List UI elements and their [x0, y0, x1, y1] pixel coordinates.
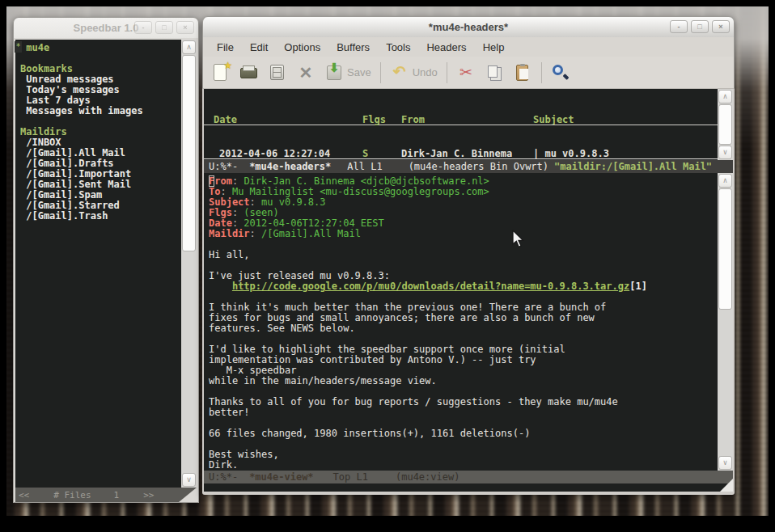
field-label: Date	[209, 217, 232, 229]
undo-icon: ↶	[390, 63, 409, 82]
menu-edit[interactable]: Edit	[243, 39, 275, 56]
undo-button[interactable]: ↶ Undo	[390, 63, 438, 82]
body-line: Hi all,	[209, 250, 718, 260]
new-file-button[interactable]: ★	[211, 63, 231, 82]
cell-date: 2012-04-06 12:27:04	[204, 148, 362, 158]
menu-tools[interactable]: Tools	[379, 39, 417, 56]
view-scrollbar[interactable]: ∧ ∨	[718, 173, 733, 471]
spacer	[209, 239, 718, 250]
menu-bar: FileEditOptionsBuffersToolsHeadersHelp	[202, 37, 735, 57]
scroll-up-icon[interactable]: ∧	[718, 90, 732, 103]
new-file-icon: ★	[211, 63, 231, 82]
speedbar-root-indicator: *	[15, 41, 22, 53]
speedbar-nav-prev[interactable]: <<	[19, 490, 29, 500]
cut-button[interactable]: ✂	[456, 63, 476, 82]
emacs-close-button[interactable]: ×	[712, 20, 730, 33]
menu-help[interactable]: Help	[476, 39, 512, 56]
scroll-down-icon[interactable]: ∨	[718, 146, 732, 159]
emacs-title: *mu4e-headers*	[429, 21, 508, 33]
open-file-button[interactable]	[239, 63, 259, 82]
field-separator: :	[250, 196, 261, 208]
open-folder-icon	[239, 63, 259, 82]
link-footnote-ref: [1]	[629, 281, 647, 292]
column-flags[interactable]: Flgs	[362, 114, 401, 125]
menu-file[interactable]: File	[210, 39, 241, 56]
view-scroll-thumb[interactable]	[718, 188, 732, 310]
toolbar-separator	[447, 62, 447, 83]
scroll-down-icon[interactable]: ∨	[182, 473, 196, 487]
body-line: http://code.google.com/p/mu0/downloads/d…	[209, 281, 718, 292]
menu-options[interactable]: Options	[277, 39, 328, 56]
scroll-up-icon[interactable]: ∧	[718, 174, 732, 188]
speedbar-scrollbar[interactable]: ∧ ∨	[181, 40, 197, 488]
minibuffer[interactable]	[204, 483, 733, 492]
field-separator: :	[232, 207, 244, 218]
headers-scrollbar[interactable]: ∧ ∨	[718, 89, 733, 160]
field-label: Subject	[209, 196, 250, 208]
column-from[interactable]: From	[401, 114, 533, 125]
save-button[interactable]: ⬇ Save	[324, 63, 371, 82]
field-label: Maildir	[209, 228, 250, 239]
scroll-up-icon[interactable]: ∧	[182, 40, 196, 54]
speedbar-item[interactable]: /[Gmail].Trash	[20, 211, 181, 222]
modeline-flags: U:%*-	[209, 471, 238, 483]
view-field-subject: Subject: mu v0.9.8.3	[209, 197, 718, 208]
field-separator: :	[220, 186, 231, 197]
speedbar-scroll-thumb[interactable]	[182, 55, 196, 251]
menu-buffers[interactable]: Buffers	[329, 39, 377, 56]
speedbar-files-label: # Files	[53, 490, 91, 500]
speedbar-maximize-button[interactable]: □	[155, 21, 173, 34]
body-line: Best wishes,	[209, 450, 718, 460]
speedbar-item[interactable]: Messages with images	[20, 106, 181, 116]
column-subject[interactable]: Subject	[533, 114, 718, 125]
header-row[interactable]: 2012-04-06 12:27:04SDirk-Jan C. Binnema|…	[204, 148, 718, 159]
header-row[interactable]: 2012-02-15 23:58:29SGoogle+ Changes to G…	[204, 159, 718, 160]
headers-column-row: Date Flgs From Subject	[204, 114, 718, 125]
speedbar-close-button[interactable]: ×	[176, 21, 194, 34]
copy-button[interactable]	[485, 63, 504, 82]
paste-button[interactable]	[513, 63, 532, 82]
column-date[interactable]: Date	[204, 114, 362, 125]
emacs-titlebar[interactable]: *mu4e-headers* - □ ×	[202, 16, 735, 37]
speedbar-tree: mu4e Bookmarks Unread messages Today's m…	[15, 40, 181, 488]
headers-pane: Date Flgs From Subject 2012-04-06 12:27:…	[204, 89, 718, 160]
field-label: To	[209, 186, 220, 197]
speedbar-titlebar[interactable]: Speedbar 1.0 - □ ×	[13, 17, 199, 38]
save-icon: ⬇	[324, 63, 344, 82]
message-link[interactable]: http://code.google.com/p/mu0/downloads/d…	[232, 281, 629, 292]
field-separator: :	[232, 217, 244, 229]
modeline-modes: (mu4e:view)	[396, 471, 459, 483]
speedbar-root[interactable]: mu4e	[20, 43, 181, 53]
headers-scroll-thumb[interactable]	[718, 104, 732, 145]
headers-modeline: U:%*- *mu4e-headers* All L1 (mu4e-header…	[204, 160, 733, 173]
speedbar-minimize-button[interactable]: -	[134, 21, 152, 34]
field-separator: :	[250, 228, 261, 239]
cell-subject: + Changes to Google Privacy	[533, 159, 718, 160]
speedbar-resize-grip[interactable]	[179, 488, 197, 502]
paste-icon	[513, 63, 532, 82]
speedbar-nav-next[interactable]: >>	[143, 490, 154, 500]
body-line	[209, 439, 718, 450]
menu-headers[interactable]: Headers	[419, 39, 473, 56]
body-line: features. See NEWS below.	[209, 323, 718, 334]
scroll-down-icon[interactable]: ∨	[718, 456, 732, 470]
file-cabinet-icon	[268, 63, 287, 82]
field-label: From	[209, 175, 232, 187]
body-line: 66 files changed, 1980 insertions(+), 11…	[209, 429, 718, 439]
close-buffer-button[interactable]: ✕	[296, 63, 316, 82]
body-line: better!	[209, 407, 718, 418]
field-label: Flgs	[209, 207, 232, 218]
dired-button[interactable]	[268, 63, 287, 82]
truncation-arrow-icon: →	[711, 159, 717, 160]
emacs-maximize-button[interactable]: □	[691, 20, 709, 33]
field-value: Mu Mailinglist <mu-discuss@googlegroups.…	[232, 186, 489, 197]
toolbar-separator	[380, 62, 381, 83]
cell-flags: S	[362, 148, 401, 158]
cell-flags: S	[362, 159, 401, 160]
cell-date: 2012-02-15 23:58:29	[204, 159, 362, 160]
search-button[interactable]	[551, 63, 570, 82]
copy-icon	[485, 63, 504, 82]
undo-label: Undo	[413, 66, 438, 78]
text-cursor: F	[209, 175, 214, 187]
emacs-minimize-button[interactable]: -	[670, 20, 688, 33]
